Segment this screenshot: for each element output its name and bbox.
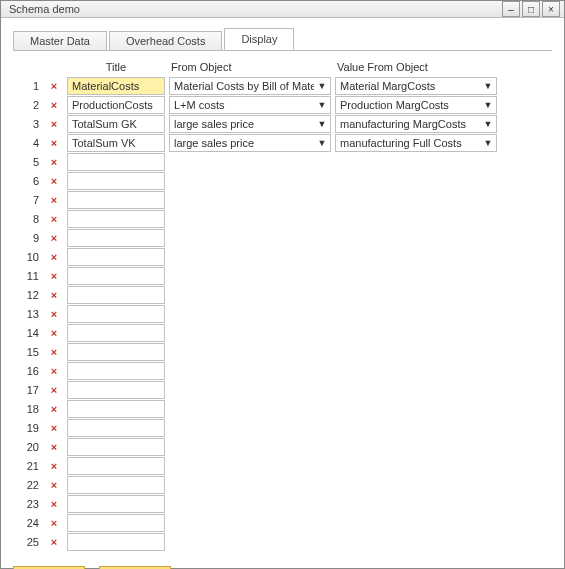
delete-row-icon[interactable]: × — [45, 267, 63, 285]
from-object-select[interactable]: L+M costs▼ — [169, 96, 331, 114]
delete-row-icon[interactable]: × — [45, 400, 63, 418]
chevron-down-icon: ▼ — [314, 138, 330, 148]
title-input[interactable] — [67, 134, 165, 152]
title-input[interactable] — [67, 286, 165, 304]
row-number: 23 — [13, 495, 41, 513]
header-from-object: From Object — [169, 61, 331, 77]
title-input[interactable] — [67, 210, 165, 228]
delete-row-icon[interactable]: × — [45, 362, 63, 380]
delete-row-icon[interactable]: × — [45, 153, 63, 171]
delete-row-icon[interactable]: × — [45, 134, 63, 152]
from-object-value: Material Costs by Bill of Material — [170, 80, 314, 92]
from-object-value: large sales price — [170, 118, 314, 130]
title-input[interactable] — [67, 77, 165, 95]
delete-row-icon[interactable]: × — [45, 77, 63, 95]
delete-row-icon[interactable]: × — [45, 210, 63, 228]
from-object-select[interactable]: Material Costs by Bill of Material▼ — [169, 77, 331, 95]
from-object-select[interactable]: large sales price▼ — [169, 115, 331, 133]
window-title: Schema demo — [9, 3, 500, 15]
chevron-down-icon: ▼ — [480, 100, 496, 110]
title-input[interactable] — [67, 400, 165, 418]
chevron-down-icon: ▼ — [480, 81, 496, 91]
title-input[interactable] — [67, 438, 165, 456]
title-input[interactable] — [67, 248, 165, 266]
title-input[interactable] — [67, 495, 165, 513]
title-input[interactable] — [67, 381, 165, 399]
row-number: 8 — [13, 210, 41, 228]
tab-overhead-costs[interactable]: Overhead Costs — [109, 31, 222, 51]
title-input[interactable] — [67, 172, 165, 190]
title-input[interactable] — [67, 96, 165, 114]
chevron-down-icon: ▼ — [480, 119, 496, 129]
row-number: 2 — [13, 96, 41, 114]
row-number: 24 — [13, 514, 41, 532]
value-from-object-select[interactable]: Material MargCosts▼ — [335, 77, 497, 95]
value-from-object-select[interactable]: manufacturing Full Costs▼ — [335, 134, 497, 152]
chevron-down-icon: ▼ — [314, 100, 330, 110]
title-input[interactable] — [67, 153, 165, 171]
delete-row-icon[interactable]: × — [45, 476, 63, 494]
delete-row-icon[interactable]: × — [45, 381, 63, 399]
minimize-button[interactable]: – — [502, 1, 520, 17]
row-number: 16 — [13, 362, 41, 380]
title-input[interactable] — [67, 229, 165, 247]
delete-row-icon[interactable]: × — [45, 419, 63, 437]
delete-row-icon[interactable]: × — [45, 115, 63, 133]
header-title: Title — [67, 61, 165, 77]
chevron-down-icon: ▼ — [480, 138, 496, 148]
row-number: 13 — [13, 305, 41, 323]
delete-row-icon[interactable]: × — [45, 324, 63, 342]
title-input[interactable] — [67, 514, 165, 532]
close-button[interactable]: × — [542, 1, 560, 17]
tab-display[interactable]: Display — [224, 28, 294, 50]
title-input[interactable] — [67, 324, 165, 342]
delete-row-icon[interactable]: × — [45, 286, 63, 304]
chevron-down-icon: ▼ — [314, 119, 330, 129]
value-from-object-value: manufacturing MargCosts — [336, 118, 480, 130]
delete-row-icon[interactable]: × — [45, 229, 63, 247]
row-number: 22 — [13, 476, 41, 494]
delete-row-icon[interactable]: × — [45, 514, 63, 532]
rows-grid: TitleFrom ObjectValue From Object1×Mater… — [13, 61, 552, 552]
title-input[interactable] — [67, 533, 165, 551]
row-number: 7 — [13, 191, 41, 209]
tabs: Master DataOverhead CostsDisplay — [13, 28, 552, 50]
value-from-object-select[interactable]: manufacturing MargCosts▼ — [335, 115, 497, 133]
title-input[interactable] — [67, 343, 165, 361]
delete-row-icon[interactable]: × — [45, 438, 63, 456]
delete-row-icon[interactable]: × — [45, 343, 63, 361]
from-object-value: L+M costs — [170, 99, 314, 111]
from-object-select[interactable]: large sales price▼ — [169, 134, 331, 152]
title-input[interactable] — [67, 457, 165, 475]
title-input[interactable] — [67, 362, 165, 380]
tab-master-data[interactable]: Master Data — [13, 31, 107, 51]
delete-row-icon[interactable]: × — [45, 305, 63, 323]
window: Schema demo – □ × Master DataOverhead Co… — [0, 0, 565, 569]
delete-row-icon[interactable]: × — [45, 248, 63, 266]
delete-row-icon[interactable]: × — [45, 191, 63, 209]
maximize-button[interactable]: □ — [522, 1, 540, 17]
row-number: 19 — [13, 419, 41, 437]
row-number: 17 — [13, 381, 41, 399]
delete-row-icon[interactable]: × — [45, 495, 63, 513]
title-input[interactable] — [67, 191, 165, 209]
title-input[interactable] — [67, 267, 165, 285]
row-number: 11 — [13, 267, 41, 285]
row-number: 4 — [13, 134, 41, 152]
row-number: 15 — [13, 343, 41, 361]
delete-row-icon[interactable]: × — [45, 457, 63, 475]
value-from-object-value: Production MargCosts — [336, 99, 480, 111]
delete-row-icon[interactable]: × — [45, 96, 63, 114]
title-input[interactable] — [67, 115, 165, 133]
row-number: 9 — [13, 229, 41, 247]
row-number: 1 — [13, 77, 41, 95]
title-input[interactable] — [67, 476, 165, 494]
title-input[interactable] — [67, 305, 165, 323]
row-number: 10 — [13, 248, 41, 266]
title-input[interactable] — [67, 419, 165, 437]
delete-row-icon[interactable]: × — [45, 172, 63, 190]
row-number: 18 — [13, 400, 41, 418]
delete-row-icon[interactable]: × — [45, 533, 63, 551]
value-from-object-select[interactable]: Production MargCosts▼ — [335, 96, 497, 114]
titlebar: Schema demo – □ × — [1, 1, 564, 18]
